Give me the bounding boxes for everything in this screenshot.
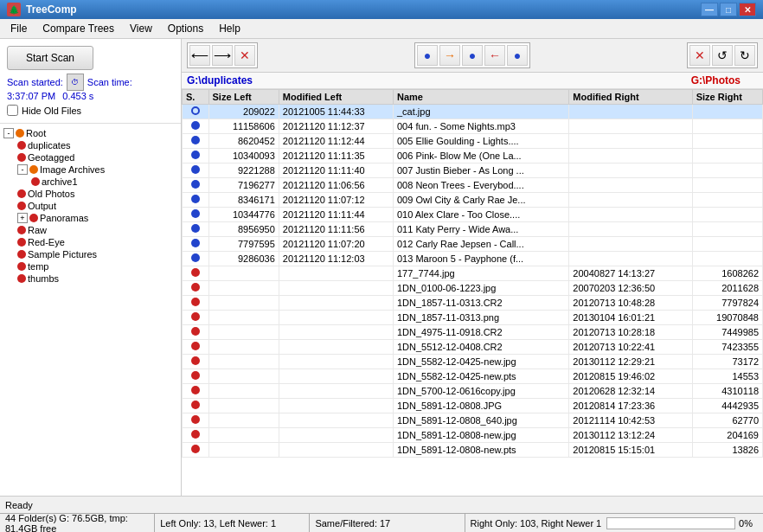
tree-item-image-archives[interactable]: - Image Archives [17, 163, 177, 176]
start-scan-button[interactable]: Start Scan [7, 46, 93, 70]
menu-view[interactable]: View [123, 21, 159, 36]
right-panel: ⟵ ⟶ ✕ ● → ● ← ● ✕ ↺ ↻ [182, 39, 763, 496]
file-table-container[interactable]: S. Size Left Modified Left Name Modified… [182, 89, 763, 496]
toolbar-center-btn4[interactable]: ← [484, 45, 505, 66]
row-size-left: 7196277 [208, 178, 279, 193]
col-modified-right[interactable]: Modified Right [569, 90, 692, 105]
table-row[interactable]: 7196277 20121120 11:06:56 008 Neon Trees… [183, 178, 763, 193]
table-row[interactable]: 11158606 20121120 11:12:37 004 fun. - So… [183, 119, 763, 134]
toolbar-left-btn3[interactable]: ✕ [234, 45, 255, 66]
col-status[interactable]: S. [183, 90, 209, 105]
tree-item-geotagged[interactable]: Geotagged [17, 151, 177, 163]
menu-compare-trees[interactable]: Compare Trees [35, 21, 121, 36]
tree-item-temp[interactable]: temp [17, 260, 177, 272]
tree-root[interactable]: - Root [3, 127, 177, 139]
minimize-button[interactable]: — [701, 3, 718, 16]
col-modified-left[interactable]: Modified Left [279, 90, 393, 105]
root-expand[interactable]: - [3, 128, 14, 138]
row-dot [183, 266, 209, 281]
temp-label: temp [28, 261, 48, 272]
table-row[interactable]: 1DN_0100-06-1223.jpg 20070203 12:36:50 2… [183, 281, 763, 296]
row-dot [183, 325, 209, 340]
toolbar-right-btn3[interactable]: ↻ [734, 45, 755, 66]
row-dot [183, 428, 209, 443]
tree-item-sample-pictures[interactable]: Sample Pictures [17, 248, 177, 260]
table-row[interactable]: 9221288 20121120 11:11:40 007 Justin Bie… [183, 163, 763, 178]
toolbar-right-btn1[interactable]: ✕ [689, 45, 710, 66]
toolbar-left-btn2[interactable]: ⟶ [212, 45, 233, 66]
col-name[interactable]: Name [393, 90, 568, 105]
row-dot [183, 252, 209, 266]
row-mod-right [569, 178, 692, 193]
table-row[interactable]: 1DN_5700-12-0616copy.jpg 20120628 12:32:… [183, 384, 763, 399]
menu-options[interactable]: Options [161, 21, 210, 36]
table-row[interactable]: 8346171 20121120 11:07:12 009 Owl City &… [183, 193, 763, 208]
table-row[interactable]: 7797595 20121120 11:07:20 012 Carly Rae … [183, 237, 763, 252]
table-row[interactable]: 1DN_5512-12-0408.CR2 20120713 10:22:41 7… [183, 340, 763, 355]
row-mod-left [279, 325, 393, 340]
tree-item-red-eye[interactable]: Red-Eye [17, 236, 177, 248]
row-mod-right: 20120713 10:48:28 [569, 296, 692, 311]
image-archives-dot [29, 165, 38, 174]
toolbar-center-btn3[interactable]: ● [462, 45, 483, 66]
table-row[interactable]: 1DN_5891-12-0808.JPG 20120814 17:23:36 4… [183, 399, 763, 413]
table-row[interactable]: 1DN_5891-12-0808-new.pts 20120815 15:15:… [183, 443, 763, 458]
bottom-left-only: Left Only: 13, Left Newer: 1 [155, 514, 310, 532]
close-button[interactable]: ✕ [739, 3, 756, 16]
col-size-left[interactable]: Size Left [208, 90, 279, 105]
scan-started-label: Scan started: [7, 77, 63, 87]
row-size-left [208, 296, 279, 311]
main-content: Start Scan Scan started: ⏱ Scan time: 3:… [0, 39, 763, 496]
menu-file[interactable]: File [3, 21, 34, 36]
table-row[interactable]: 8620452 20121120 11:12:44 005 Ellie Goul… [183, 134, 763, 149]
tree-item-archive1[interactable]: archive1 [31, 176, 177, 188]
table-row[interactable]: 177_7744.jpg 20040827 14:13:27 1608262 [183, 266, 763, 281]
row-mod-right: 20040827 14:13:27 [569, 266, 692, 281]
table-row[interactable]: 9286036 20121120 11:12:03 013 Maroon 5 -… [183, 252, 763, 266]
maximize-button[interactable]: □ [720, 3, 737, 16]
row-mod-left: 20121120 11:11:44 [279, 208, 393, 222]
scan-time-value: 0.453 s [62, 91, 93, 101]
root-dot [16, 129, 24, 138]
tree-item-old-photos[interactable]: Old Photos [17, 188, 177, 200]
title-bar-controls[interactable]: — □ ✕ [701, 3, 756, 16]
tree-item-panoramas[interactable]: + Panoramas [17, 212, 177, 224]
row-size-right: 7449985 [692, 325, 762, 340]
row-name: 008 Neon Trees - Everybod.... [393, 178, 568, 193]
tree-item-output[interactable]: Output [17, 200, 177, 212]
menu-help[interactable]: Help [212, 21, 247, 36]
row-mod-left: 20121120 11:11:35 [279, 149, 393, 163]
toolbar-right-btn2[interactable]: ↺ [712, 45, 733, 66]
col-size-right[interactable]: Size Right [692, 90, 762, 105]
image-archives-expand[interactable]: - [17, 164, 28, 175]
tree-item-thumbs[interactable]: thumbs [17, 272, 177, 285]
table-row[interactable]: 1DN_5891-12-0808_640.jpg 20121114 10:42:… [183, 413, 763, 428]
table-row[interactable]: 1DN_5582-12-0425-new.jpg 20130112 12:29:… [183, 355, 763, 369]
toolbar-center-btn1[interactable]: ● [417, 45, 438, 66]
table-row[interactable]: 1DN_4975-11-0918.CR2 20120713 10:28:18 7… [183, 325, 763, 340]
table-row[interactable]: 1DN_5582-12-0425-new.pts 20120815 19:46:… [183, 369, 763, 384]
table-row[interactable]: 10344776 20121120 11:11:44 010 Alex Clar… [183, 208, 763, 222]
row-mod-right [569, 134, 692, 149]
hide-old-files-checkbox[interactable] [7, 105, 18, 116]
table-row[interactable]: 8956950 20121120 11:11:56 011 Katy Perry… [183, 222, 763, 237]
panoramas-expand[interactable]: + [17, 213, 28, 223]
row-name: 010 Alex Clare - Too Close.... [393, 208, 568, 222]
table-row[interactable]: 209022 20121005 11:44:33 _cat.jpg [183, 105, 763, 119]
tree-item-raw[interactable]: Raw [17, 224, 177, 236]
row-name: 1DN_5891-12-0808-new.pts [393, 443, 568, 458]
toolbar-left-btn1[interactable]: ⟵ [189, 45, 210, 66]
row-size-left: 10340093 [208, 149, 279, 163]
table-row[interactable]: 1DN_1857-11-0313.CR2 20120713 10:48:28 7… [183, 296, 763, 311]
tree-item-duplicates[interactable]: duplicates [17, 139, 177, 151]
row-name: 009 Owl City & Carly Rae Je... [393, 193, 568, 208]
row-mod-right: 20070203 12:36:50 [569, 281, 692, 296]
table-row[interactable]: 1DN_1857-11-0313.png 20130104 16:01:21 1… [183, 311, 763, 325]
table-row[interactable]: 10340093 20121120 11:11:35 006 Pink- Blo… [183, 149, 763, 163]
path-left: G:\duplicates [187, 74, 253, 87]
table-row[interactable]: 1DN_5891-12-0808-new.jpg 20130112 13:12:… [183, 428, 763, 443]
toolbar-center-btn2[interactable]: → [439, 45, 460, 66]
toolbar-center-btn5[interactable]: ● [507, 45, 528, 66]
tree-area[interactable]: - Root duplicates Geotagged - Image Arch [0, 124, 181, 496]
path-right: G:\Photos [691, 74, 758, 87]
